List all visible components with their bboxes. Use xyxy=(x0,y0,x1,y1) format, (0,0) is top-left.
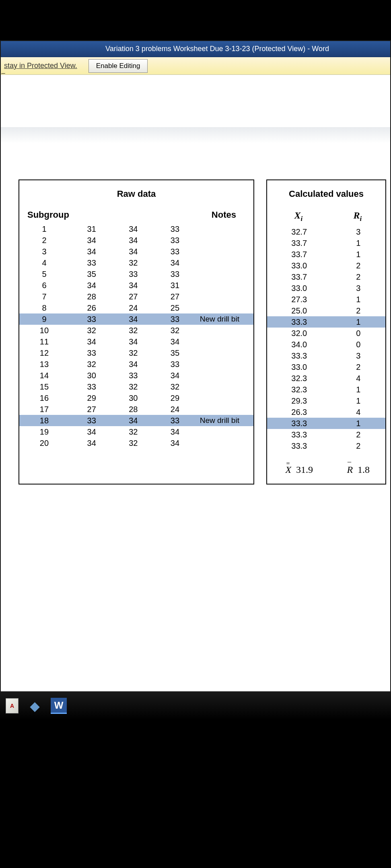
table-row: 33.02 xyxy=(267,260,385,271)
raw-val: 34 xyxy=(71,426,113,437)
notes-cell xyxy=(196,336,253,347)
taskbar-folder-icon[interactable]: ◆ xyxy=(26,697,43,715)
table-row: 14303334 xyxy=(19,370,253,381)
r-val: 1 xyxy=(331,294,385,305)
raw-val: 32 xyxy=(113,257,154,268)
raw-val: 34 xyxy=(71,280,113,291)
taskbar[interactable]: A ◆ W xyxy=(0,692,391,720)
table-row: 2343433 xyxy=(19,235,253,246)
taskbar-word-icon[interactable]: W xyxy=(51,698,67,714)
r-val: 1 xyxy=(331,237,385,249)
raw-val: 32 xyxy=(113,381,154,392)
subgroup-num: 4 xyxy=(19,257,71,268)
table-row: 12333235 xyxy=(19,347,253,359)
raw-val: 34 xyxy=(113,359,154,370)
table-row: 33.71 xyxy=(267,237,385,249)
r-val: 2 xyxy=(331,260,385,271)
raw-val: 34 xyxy=(113,246,154,257)
document-area[interactable]: Raw data Subgroup Notes 1313433234343333… xyxy=(1,75,390,691)
notes-cell xyxy=(196,381,253,392)
r-val: 1 xyxy=(331,418,385,429)
table-row: 33.33 xyxy=(267,350,385,361)
raw-val: 33 xyxy=(154,359,196,370)
xbar-val: 32.3 xyxy=(267,384,331,395)
raw-val: 32 xyxy=(71,359,113,370)
raw-val: 34 xyxy=(154,336,196,347)
subgroup-num: 11 xyxy=(19,336,71,347)
table-row: 7282727 xyxy=(19,291,253,302)
xbar-val: 29.3 xyxy=(267,395,331,406)
raw-val: 33 xyxy=(154,268,196,280)
raw-val: 25 xyxy=(154,302,196,313)
r-val: 1 xyxy=(331,249,385,260)
notes-cell xyxy=(196,325,253,336)
raw-val: 34 xyxy=(113,336,154,347)
r-val: 0 xyxy=(331,339,385,350)
protected-view-bar: stay in Protected View. Enable Editing xyxy=(1,57,390,75)
enable-editing-button[interactable]: Enable Editing xyxy=(88,59,148,73)
raw-val: 34 xyxy=(71,437,113,449)
table-row: 33.32 xyxy=(267,440,385,452)
r-val: 2 xyxy=(331,440,385,452)
subgroup-num: 6 xyxy=(19,280,71,291)
table-row: 9333433New drill bit xyxy=(19,313,253,325)
raw-val: 27 xyxy=(71,404,113,415)
notes-cell xyxy=(196,392,253,404)
subgroup-num: 5 xyxy=(19,268,71,280)
subgroup-num: 10 xyxy=(19,325,71,336)
window-title: Variation 3 problems Worksheet Due 3-13-… xyxy=(105,45,329,53)
notes-cell xyxy=(196,359,253,370)
raw-val: 34 xyxy=(71,336,113,347)
raw-val: 34 xyxy=(71,246,113,257)
raw-val: 26 xyxy=(71,302,113,313)
raw-val: 30 xyxy=(71,370,113,381)
notes-cell xyxy=(196,291,253,302)
calc-title: Calculated values xyxy=(267,180,385,204)
notes-cell xyxy=(196,370,253,381)
table-row: 20343234 xyxy=(19,437,253,449)
taskbar-doc-icon[interactable]: A xyxy=(6,698,19,713)
raw-val: 31 xyxy=(71,223,113,235)
xbar-header: Xi xyxy=(267,204,331,227)
page-shadow xyxy=(1,127,390,143)
xbar-val: 33.7 xyxy=(267,271,331,282)
table-row: 33.31 xyxy=(267,316,385,328)
notes-cell xyxy=(196,223,253,235)
table-row: 27.31 xyxy=(267,294,385,305)
raw-val: 24 xyxy=(154,404,196,415)
table-row: 32.34 xyxy=(267,373,385,384)
notes-cell xyxy=(196,426,253,437)
table-row: 17272824 xyxy=(19,404,253,415)
xbar-val: 33.0 xyxy=(267,361,331,373)
xbar-val: 34.0 xyxy=(267,339,331,350)
stay-protected-link[interactable]: stay in Protected View. xyxy=(4,62,77,70)
subgroup-num: 15 xyxy=(19,381,71,392)
tables-container: Raw data Subgroup Notes 1313433234343333… xyxy=(19,179,386,485)
r-val: 1 xyxy=(331,395,385,406)
raw-val: 33 xyxy=(71,257,113,268)
xdoublebar-cell: X 31.9 xyxy=(267,452,331,484)
calculated-values-table: Calculated values Xi Ri 32.7333.7133.713… xyxy=(267,180,385,484)
raw-val: 34 xyxy=(113,280,154,291)
table-row: 13323433 xyxy=(19,359,253,370)
subgroup-num: 8 xyxy=(19,302,71,313)
notes-cell xyxy=(196,347,253,359)
table-row: 19343234 xyxy=(19,426,253,437)
subgroup-num: 9 xyxy=(19,313,71,325)
table-row: 29.31 xyxy=(267,395,385,406)
app-window: Variation 3 problems Worksheet Due 3-13-… xyxy=(0,40,391,692)
table-row: 34.00 xyxy=(267,339,385,350)
raw-val: 32 xyxy=(113,325,154,336)
subgroup-num: 19 xyxy=(19,426,71,437)
xbar-val: 33.3 xyxy=(267,440,331,452)
r-val: 2 xyxy=(331,429,385,440)
table-row: 33.31 xyxy=(267,418,385,429)
raw-val: 34 xyxy=(113,415,154,426)
xbar-val: 33.3 xyxy=(267,350,331,361)
notes-cell xyxy=(196,257,253,268)
raw-val: 33 xyxy=(154,313,196,325)
raw-val: 24 xyxy=(113,302,154,313)
raw-val: 30 xyxy=(113,392,154,404)
table-row: 5353333 xyxy=(19,268,253,280)
xbar-val: 33.3 xyxy=(267,316,331,328)
